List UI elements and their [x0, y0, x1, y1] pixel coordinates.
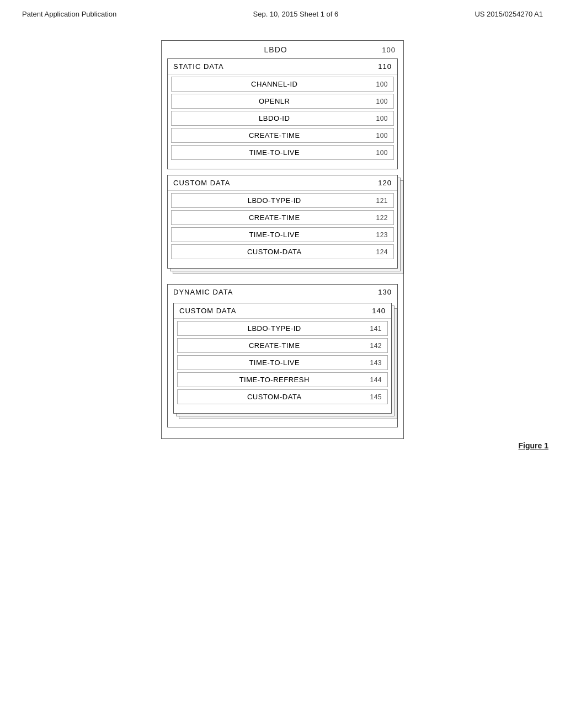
static-data-label: STATIC DATA — [173, 62, 224, 71]
table-row: CREATE-TIME 142 — [177, 338, 388, 353]
field-create-time-140-ref: 142 — [370, 342, 382, 350]
field-custom-data-140-ref: 145 — [370, 393, 382, 401]
header-date-sheet: Sep. 10, 2015 Sheet 1 of 6 — [253, 10, 339, 18]
field-openlr: OPENLR — [177, 97, 371, 105]
field-time-to-live-static: TIME-TO-LIVE — [177, 148, 371, 157]
field-channel-id: CHANNEL-ID — [177, 80, 371, 88]
field-create-time-static-ref: 100 — [376, 132, 388, 140]
custom-data-120-label: CUSTOM DATA — [173, 179, 230, 187]
table-row: TIME-TO-LIVE 143 — [177, 355, 388, 370]
field-time-to-live-120-ref: 123 — [376, 231, 388, 239]
table-row: CUSTOM-DATA 145 — [177, 389, 388, 404]
field-lbdo-type-id-140: LBDO-TYPE-ID — [183, 324, 365, 333]
custom-data-120-ref: 120 — [378, 179, 392, 187]
table-row: LBDO-ID 100 — [171, 111, 394, 126]
header-patent-number: US 2015/0254270 A1 — [475, 10, 543, 18]
table-row: CREATE-TIME 100 — [171, 128, 394, 143]
diagram-area: LBDO 100 STATIC DATA 110 CHANNEL-ID 100 … — [0, 24, 565, 461]
field-time-to-live-static-ref: 100 — [376, 149, 388, 157]
table-row: CREATE-TIME 122 — [171, 210, 394, 225]
custom-data-120-box: CUSTOM DATA 120 LBDO-TYPE-ID 121 CREATE-… — [167, 175, 398, 269]
table-row: CHANNEL-ID 100 — [171, 77, 394, 92]
custom-data-140-box: CUSTOM DATA 140 LBDO-TYPE-ID 141 CREATE-… — [173, 303, 392, 414]
field-create-time-140: CREATE-TIME — [183, 341, 365, 350]
table-row: TIME-TO-LIVE 100 — [171, 145, 394, 160]
field-time-to-live-120: TIME-TO-LIVE — [177, 231, 371, 239]
field-channel-id-ref: 100 — [376, 81, 388, 88]
custom-data-140-header: CUSTOM DATA 140 — [174, 303, 391, 319]
field-time-to-refresh-140: TIME-TO-REFRESH — [183, 376, 365, 384]
table-row: OPENLR 100 — [171, 94, 394, 109]
static-data-ref: 110 — [378, 62, 392, 71]
field-time-to-live-140-ref: 143 — [370, 359, 382, 367]
table-row: LBDO-TYPE-ID 141 — [177, 321, 388, 336]
field-lbdo-type-id-120-ref: 121 — [376, 197, 388, 205]
field-custom-data-120-ref: 124 — [376, 248, 388, 256]
field-lbdo-type-id-140-ref: 141 — [370, 325, 382, 333]
static-data-section: STATIC DATA 110 CHANNEL-ID 100 OPENLR 10… — [167, 58, 398, 169]
figure-label: Figure 1 — [519, 441, 548, 450]
custom-data-140-container: CUSTOM DATA 140 LBDO-TYPE-ID 141 CREATE-… — [173, 303, 392, 414]
field-custom-data-120: CUSTOM-DATA — [177, 248, 371, 256]
dynamic-data-label: DYNAMIC DATA — [173, 288, 233, 296]
custom-data-120-container: CUSTOM DATA 120 LBDO-TYPE-ID 121 CREATE-… — [167, 175, 398, 269]
header-publication: Patent Application Publication — [22, 10, 116, 18]
table-row: TIME-TO-LIVE 123 — [171, 227, 394, 242]
lbdo-header: LBDO 100 — [162, 41, 403, 58]
field-create-time-120-ref: 122 — [376, 214, 388, 222]
custom-data-140-ref: 140 — [372, 307, 386, 315]
table-row: TIME-TO-REFRESH 144 — [177, 372, 388, 387]
field-openlr-ref: 100 — [376, 98, 388, 105]
dynamic-data-header: DYNAMIC DATA 130 — [168, 285, 397, 299]
field-create-time-static: CREATE-TIME — [177, 131, 371, 140]
table-row: CUSTOM-DATA 124 — [171, 244, 394, 259]
static-data-header: STATIC DATA 110 — [168, 59, 397, 74]
custom-data-140-label: CUSTOM DATA — [179, 307, 236, 315]
lbdo-label: LBDO — [169, 45, 382, 54]
field-custom-data-140: CUSTOM-DATA — [183, 393, 365, 401]
dynamic-data-section: DYNAMIC DATA 130 CUSTOM DATA 140 LBDO-TY… — [167, 284, 398, 427]
custom-data-120-header: CUSTOM DATA 120 — [168, 175, 397, 191]
lbdo-box: LBDO 100 STATIC DATA 110 CHANNEL-ID 100 … — [161, 40, 404, 439]
field-lbdo-id-ref: 100 — [376, 115, 388, 122]
field-time-to-live-140: TIME-TO-LIVE — [183, 358, 365, 367]
field-lbdo-id: LBDO-ID — [177, 114, 371, 122]
field-lbdo-type-id-120: LBDO-TYPE-ID — [177, 196, 371, 205]
page-header: Patent Application Publication Sep. 10, … — [0, 0, 565, 24]
field-time-to-refresh-140-ref: 144 — [370, 376, 382, 384]
lbdo-ref: 100 — [382, 46, 396, 54]
table-row: LBDO-TYPE-ID 121 — [171, 193, 394, 208]
field-create-time-120: CREATE-TIME — [177, 213, 371, 222]
diagram-wrapper: LBDO 100 STATIC DATA 110 CHANNEL-ID 100 … — [161, 40, 404, 439]
dynamic-data-ref: 130 — [378, 288, 392, 296]
